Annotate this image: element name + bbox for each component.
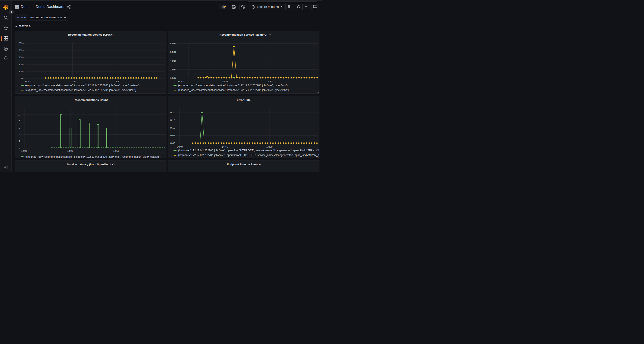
svg-text:14:45: 14:45 bbox=[67, 150, 73, 152]
svg-text:2: 2 bbox=[19, 140, 20, 142]
svg-text:100%: 100% bbox=[17, 42, 23, 45]
svg-text:14:40: 14:40 bbox=[25, 80, 31, 83]
svg-text:0.10: 0.10 bbox=[170, 126, 175, 129]
svg-text:0.15: 0.15 bbox=[170, 119, 175, 121]
svg-text:40%: 40% bbox=[18, 63, 23, 66]
svg-text:8 MB: 8 MB bbox=[170, 42, 176, 45]
svg-text:6 MB: 6 MB bbox=[170, 51, 176, 53]
svg-text:0.00: 0.00 bbox=[170, 142, 175, 144]
svg-text:14:45: 14:45 bbox=[222, 145, 228, 148]
svg-text:14:50: 14:50 bbox=[114, 80, 120, 83]
svg-text:0.20: 0.20 bbox=[170, 111, 175, 114]
svg-text:8: 8 bbox=[19, 120, 20, 123]
svg-text:0: 0 bbox=[19, 147, 20, 149]
svg-text:60%: 60% bbox=[18, 56, 23, 59]
svg-text:14:50: 14:50 bbox=[266, 80, 272, 83]
svg-text:12: 12 bbox=[17, 107, 20, 109]
svg-text:14:45: 14:45 bbox=[222, 80, 228, 83]
svg-text:14:50: 14:50 bbox=[266, 145, 273, 148]
svg-text:4 MB: 4 MB bbox=[170, 59, 176, 62]
svg-text:20%: 20% bbox=[18, 70, 23, 73]
svg-text:10: 10 bbox=[17, 113, 20, 116]
svg-text:0.05: 0.05 bbox=[170, 134, 175, 137]
svg-text:14:45: 14:45 bbox=[70, 80, 76, 83]
svg-text:2 MB: 2 MB bbox=[170, 68, 176, 71]
svg-text:4: 4 bbox=[19, 133, 20, 136]
svg-text:14:50: 14:50 bbox=[113, 150, 120, 152]
svg-text:0 MB: 0 MB bbox=[170, 77, 176, 79]
svg-text:14:40: 14:40 bbox=[178, 80, 184, 83]
svg-text:0%: 0% bbox=[20, 77, 24, 80]
svg-text:14:40: 14:40 bbox=[21, 150, 27, 152]
svg-text:6: 6 bbox=[19, 127, 20, 129]
svg-text:14:40: 14:40 bbox=[176, 145, 183, 148]
svg-text:80%: 80% bbox=[18, 49, 23, 52]
